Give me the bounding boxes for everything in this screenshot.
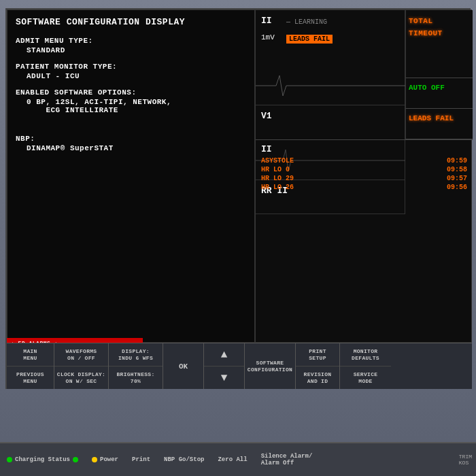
screen-area: SOFTWARE CONFIGURATION DISPLAY ADMIT MEN… <box>5 8 471 389</box>
main-menu-group: MAINMENU PREVIOUSMENU <box>7 343 54 389</box>
zero-all-label: Zero All <box>218 456 247 463</box>
ok-button[interactable]: OK <box>163 343 204 389</box>
alarm-row-1: HR LO 0 09:58 <box>261 166 467 173</box>
print-label: Print <box>132 456 150 463</box>
autooff-section: AUTO OFF <box>405 78 473 109</box>
nbp-item: NBP: DINAMAP® SuperSTAT <box>16 135 246 152</box>
zero-all-item[interactable]: Zero All <box>218 456 247 463</box>
alarm-row-2: HR LO 29 09:57 <box>261 175 467 182</box>
waveforms-group: WAVEFORMSON / OFF CLOCK DISPLAY:ON W/ SE… <box>54 343 109 389</box>
up-arrow-button[interactable]: ▲ <box>204 343 244 367</box>
nbp-value: DINAMAP® SuperSTAT <box>27 144 246 152</box>
learning-text: — LEARNING <box>286 18 327 26</box>
monitor-defaults-button[interactable]: MONITORDEFAULTS <box>340 343 391 367</box>
leads-fail-label: LEADS FAIL <box>409 114 454 122</box>
alarm-name-1: HR LO 0 <box>261 166 316 173</box>
power-label: Power <box>100 456 118 463</box>
previous-menu-button[interactable]: PREVIOUSMENU <box>7 367 54 389</box>
waveform-svg <box>256 72 405 99</box>
display-group: DISPLAY:INDU 6 WFS BRIGHTNESS:70% <box>109 343 163 389</box>
revision-id-button[interactable]: REVISIONAND ID <box>296 367 339 389</box>
patient-monitor-value: ADULT - ICU <box>27 72 246 80</box>
main-menu-button[interactable]: MAINMENU <box>7 343 54 367</box>
monitor-defaults-group: MONITORDEFAULTS SERVICEMODE <box>340 343 391 389</box>
admit-menu-item: ADMIT MENU TYPE: STANDARD <box>16 37 246 54</box>
software-options-item: ENABLED SOFTWARE OPTIONS: 0 BP, 12SL, AC… <box>16 88 246 114</box>
silence-alarm-label: Silence Alarm/Alarm Off <box>261 453 313 466</box>
alarm-time-3: 09:56 <box>447 184 467 191</box>
power-dot <box>92 457 97 462</box>
alarm-name-2: HR LO 29 <box>261 175 316 182</box>
alarm-row-0: ASYSTOLE 09:59 <box>261 157 467 165</box>
auto-off-label: AUTO OFF <box>409 84 445 92</box>
charging-dot <box>7 457 12 462</box>
alarm-row-3: HR LO 26 09:56 <box>261 184 467 191</box>
alarm-time-2: 09:57 <box>447 175 467 182</box>
leadsfail-section: LEADS FAIL <box>405 109 473 139</box>
print-setup-button[interactable]: PRINTSETUP <box>296 343 339 367</box>
leads-fail-badge: LEADS FAIL <box>286 35 333 44</box>
waveforms-button[interactable]: WAVEFORMSON / OFF <box>54 343 108 367</box>
software-config-group: SOFTWARECONFIGURATION <box>245 343 296 389</box>
software-config-button[interactable]: SOFTWARECONFIGURATION <box>245 343 295 389</box>
alarm-time-0: 09:59 <box>447 157 467 165</box>
right-panel: ED-42 II — LEARNING 1mV LEADS FAIL V1 <box>255 10 472 343</box>
left-panel: SOFTWARE CONFIGURATION DISPLAY ADMIT MEN… <box>7 10 255 343</box>
display-button[interactable]: DISPLAY:INDU 6 WFS <box>109 343 163 367</box>
down-arrow-button[interactable]: ▼ <box>204 367 244 389</box>
charging-status-item: Charging Status <box>7 456 78 463</box>
admit-menu-value: STANDARD <box>27 46 246 54</box>
ii-waveform-section: II — LEARNING 1mV LEADS FAIL <box>256 10 405 105</box>
admit-menu-label: ADMIT MENU TYPE: <box>16 37 246 45</box>
trim-label: TRIMKOS <box>459 454 472 466</box>
alarm-name-3: HR LO 26 <box>261 184 316 191</box>
charging-dot2 <box>73 457 78 462</box>
silence-alarm-item[interactable]: Silence Alarm/Alarm Off <box>261 453 313 466</box>
software-options-value: 0 BP, 12SL, ACI-TIPI, NETWORK, ECG INTEL… <box>27 98 246 114</box>
alarm-time-1: 09:58 <box>447 166 467 173</box>
arrow-group: ▲ ▼ <box>204 343 245 389</box>
power-item: Power <box>92 456 118 463</box>
nbp-label: NBP: <box>16 135 246 143</box>
alarms-section: II ASYSTOLE 09:59 HR LO 0 09:58 HR LO 29… <box>256 139 473 343</box>
total-timeout-label: TOTAL TIMEOUT <box>409 17 443 37</box>
nbp-go-stop-label: NBP Go/Stop <box>164 456 204 463</box>
print-item[interactable]: Print <box>132 456 150 463</box>
service-mode-button[interactable]: SERVICEMODE <box>340 367 391 389</box>
device-bezel: SOFTWARE CONFIGURATION DISPLAY ADMIT MEN… <box>0 0 476 476</box>
mv-label: 1mV <box>261 33 275 41</box>
clock-display-button[interactable]: CLOCK DISPLAY:ON W/ SEC <box>54 367 108 389</box>
v1-label: V1 <box>261 111 272 121</box>
alarms-lead-label: II <box>261 144 467 154</box>
brightness-button[interactable]: BRIGHTNESS:70% <box>109 367 163 389</box>
charging-label: Charging Status <box>15 456 70 463</box>
timeout-section: TOTAL TIMEOUT <box>405 10 473 78</box>
alarm-name-0: ASYSTOLE <box>261 157 316 165</box>
button-bar: MAINMENU PREVIOUSMENU WAVEFORMSON / OFF … <box>7 343 472 389</box>
panel-title: SOFTWARE CONFIGURATION DISPLAY <box>16 17 246 27</box>
lead-ii-label: II <box>261 16 272 26</box>
patient-monitor-item: PATIENT MONITOR TYPE: ADULT - ICU <box>16 63 246 80</box>
status-bar: Charging Status Power Print NBP Go/Stop … <box>0 442 476 476</box>
patient-monitor-label: PATIENT MONITOR TYPE: <box>16 63 246 71</box>
software-options-label: ENABLED SOFTWARE OPTIONS: <box>16 88 246 97</box>
nbp-go-stop-item[interactable]: NBP Go/Stop <box>164 456 204 463</box>
print-setup-group: PRINTSETUP REVISIONAND ID <box>296 343 340 389</box>
